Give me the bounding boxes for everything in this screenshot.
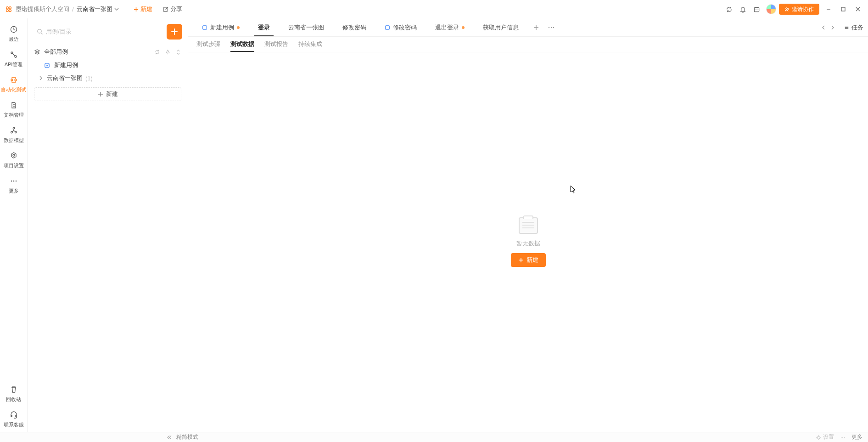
tab-yunnan[interactable]: 云南省一张图 <box>279 18 333 36</box>
tab-prev-button[interactable] <box>819 25 828 30</box>
breadcrumb-workspace[interactable]: 墨诺提俄斯个人空间 <box>16 5 69 13</box>
svg-rect-22 <box>203 25 207 29</box>
bell-icon[interactable] <box>737 3 749 15</box>
footer-more[interactable]: 更多 <box>851 433 862 441</box>
clock-icon <box>9 25 18 34</box>
svg-point-0 <box>6 7 9 9</box>
sidebar-item-newcase[interactable]: 新建用例 <box>28 59 188 72</box>
window-maximize-icon[interactable] <box>838 6 849 12</box>
schema-icon <box>9 126 18 135</box>
tab-next-button[interactable] <box>828 25 837 30</box>
sidebar-folder-1[interactable]: 云南省一张图 (1) <box>28 72 188 85</box>
footer-mode[interactable]: 精简模式 <box>176 433 198 441</box>
sidebar-search-input[interactable]: 用例/目录 <box>34 24 162 39</box>
locate-icon[interactable] <box>165 49 171 55</box>
footer-settings[interactable]: 设置 <box>816 433 834 441</box>
project-dropdown-icon[interactable] <box>114 7 119 11</box>
tab2-label: 云南省一张图 <box>288 23 324 32</box>
unsaved-dot-icon <box>237 26 240 29</box>
person-plus-icon <box>784 7 790 12</box>
header-new-button[interactable]: 新建 <box>134 5 152 13</box>
tab5-label: 退出登录 <box>435 23 459 32</box>
search-icon <box>37 28 43 35</box>
tab3-label: 修改密码 <box>342 23 366 32</box>
subtab-data[interactable]: 测试数据 <box>230 40 254 52</box>
sidebar-all-cases[interactable]: 全部用例 <box>28 45 188 59</box>
subtab-ci[interactable]: 持续集成 <box>298 40 322 52</box>
svg-point-1 <box>9 7 11 9</box>
rail-recent[interactable]: 最近 <box>0 21 27 46</box>
tab-userinfo[interactable]: 获取用户信息 <box>474 18 528 36</box>
svg-rect-21 <box>45 63 49 67</box>
rail-support[interactable]: 联系客服 <box>0 407 27 432</box>
sync-icon[interactable] <box>723 3 735 15</box>
empty-new-button[interactable]: 新建 <box>511 253 546 267</box>
app-logo-icon <box>5 5 13 13</box>
header-new-label: 新建 <box>140 5 152 13</box>
sidebar-new-label: 新建 <box>106 90 118 98</box>
rail-settings[interactable]: 项目设置 <box>0 147 27 173</box>
sub-tabs: 测试步骤 测试数据 测试报告 持续集成 <box>188 37 868 52</box>
tasks-button[interactable]: 任务 <box>844 23 863 32</box>
sort-icon[interactable] <box>175 49 181 55</box>
rail-docs[interactable]: 文档管理 <box>0 97 27 122</box>
rail-trash[interactable]: 回收站 <box>0 381 27 407</box>
plus-icon <box>518 257 524 263</box>
window-minimize-icon[interactable] <box>823 6 834 12</box>
testcase-icon <box>43 62 50 68</box>
testcase-icon <box>202 25 207 30</box>
svg-point-11 <box>15 79 17 81</box>
footer-settings-label: 设置 <box>823 433 834 441</box>
invite-collab-button[interactable]: 邀请协作 <box>779 4 819 15</box>
sidebar-new-button[interactable]: 新建 <box>34 87 181 101</box>
svg-rect-6 <box>841 7 845 11</box>
rail-more[interactable]: 更多 <box>0 173 27 198</box>
rail-recent-label: 最近 <box>9 36 19 43</box>
subtab-steps[interactable]: 测试步骤 <box>196 40 220 52</box>
rail-schema[interactable]: 数据模型 <box>0 122 27 147</box>
trash-icon <box>9 385 18 394</box>
sidebar-add-button[interactable] <box>167 24 182 40</box>
rail-support-label: 联系客服 <box>4 421 24 428</box>
tab-add-button[interactable] <box>530 25 543 30</box>
tab-changepwd1[interactable]: 修改密码 <box>333 18 375 36</box>
rail-settings-label: 项目设置 <box>4 162 24 169</box>
refresh-icon[interactable] <box>154 49 160 55</box>
breadcrumb-sep: / <box>72 6 74 13</box>
app-header: 墨诺提俄斯个人空间 / 云南省一张图 新建 分享 邀请协作 <box>0 0 868 18</box>
tasks-label: 任务 <box>851 23 863 32</box>
empty-text: 暂无数据 <box>516 239 540 248</box>
svg-point-3 <box>9 10 11 12</box>
footer-more-dots[interactable]: ··· <box>840 434 845 441</box>
header-share-button[interactable]: 分享 <box>162 5 182 13</box>
rail-api[interactable]: API管理 <box>0 46 27 72</box>
tab-login[interactable]: 登录 <box>249 18 279 36</box>
tab-more-button[interactable] <box>544 27 558 28</box>
rail-docs-label: 文档管理 <box>4 112 24 119</box>
plus-icon <box>134 7 139 12</box>
calendar-icon[interactable] <box>750 3 762 15</box>
svg-rect-23 <box>386 25 390 29</box>
svg-point-20 <box>168 53 168 54</box>
subtab-report[interactable]: 测试报告 <box>264 40 288 52</box>
rail-autotest[interactable]: 自动化测试 <box>0 72 27 97</box>
tab-changepwd2[interactable]: 修改密码 <box>375 18 426 36</box>
user-avatar[interactable] <box>766 4 776 14</box>
breadcrumb-project[interactable]: 云南省一张图 <box>77 5 112 13</box>
sidebar-folder1-count: (1) <box>85 75 93 82</box>
api-icon <box>9 50 18 59</box>
stack-icon <box>34 49 40 55</box>
tab-logout[interactable]: 退出登录 <box>426 18 474 36</box>
window-close-icon[interactable] <box>852 6 863 12</box>
empty-btn-label: 新建 <box>526 256 538 264</box>
headset-icon <box>9 410 18 419</box>
tab6-label: 获取用户信息 <box>483 23 519 32</box>
plus-icon <box>98 91 103 97</box>
collapse-sidebar-button[interactable] <box>166 435 172 440</box>
svg-point-24 <box>549 27 549 28</box>
gear-hex-icon <box>9 151 18 160</box>
svg-point-19 <box>38 29 41 33</box>
dots-icon <box>9 176 18 186</box>
tab-newcase[interactable]: 新建用例 <box>193 18 249 36</box>
svg-point-10 <box>11 79 13 81</box>
